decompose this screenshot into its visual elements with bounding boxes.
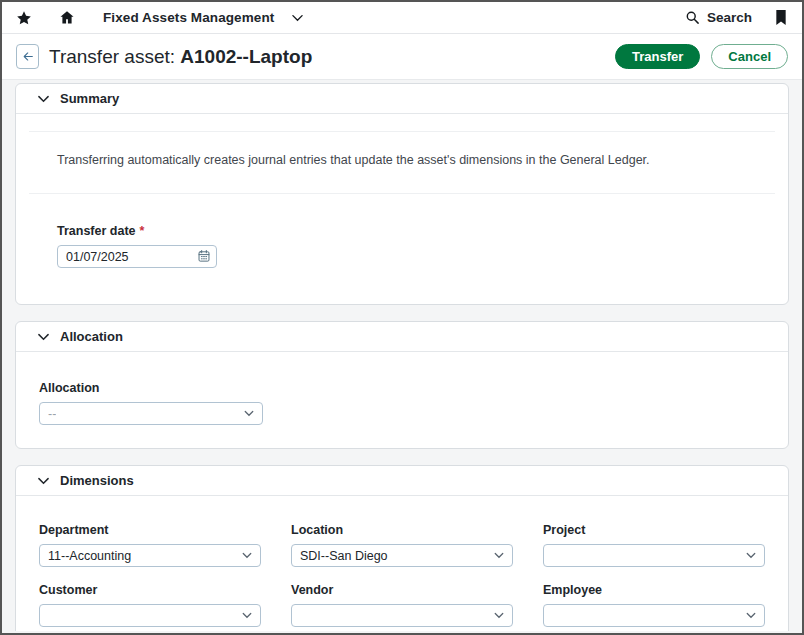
bookmark-button[interactable] [774, 9, 788, 26]
allocation-select[interactable]: -- [39, 402, 263, 425]
customer-field: Customer [39, 580, 261, 627]
location-label: Location [291, 523, 343, 537]
chevron-down-icon [38, 95, 49, 103]
transfer-asset-page: Fixed Assets Management Search [0, 0, 804, 635]
page-header: Transfer asset: A1002--Laptop Transfer C… [2, 34, 802, 80]
transfer-date-input-wrap [57, 245, 217, 268]
chevron-down-icon [242, 552, 252, 559]
allocation-section: Allocation Allocation -- [15, 321, 789, 449]
allocation-section-header[interactable]: Allocation [16, 322, 788, 352]
chevron-down-icon [38, 477, 49, 485]
employee-label: Employee [543, 583, 602, 597]
search-icon [685, 10, 700, 25]
page-content: Summary Transferring automatically creat… [2, 80, 802, 631]
location-select[interactable]: SDI--San Diego [291, 544, 513, 567]
department-field: Department 11--Accounting [39, 520, 261, 567]
employee-select[interactable] [543, 604, 765, 627]
app-name: Fixed Assets Management [103, 10, 274, 25]
back-button[interactable] [16, 44, 39, 69]
vendor-label: Vendor [291, 583, 333, 597]
back-arrow-icon [21, 50, 35, 63]
global-search-button[interactable]: Search [685, 10, 752, 25]
calendar-icon [197, 249, 211, 263]
summary-section-title: Summary [60, 91, 119, 106]
chevron-down-icon [746, 612, 756, 619]
department-select[interactable]: 11--Accounting [39, 544, 261, 567]
page-title: Transfer asset: A1002--Laptop [49, 46, 312, 68]
dimensions-section-header[interactable]: Dimensions [16, 466, 788, 496]
chevron-down-icon [274, 14, 303, 22]
chevron-down-icon [494, 552, 504, 559]
topbar-right-group: Search [685, 9, 788, 26]
chevron-down-icon [494, 612, 504, 619]
location-field: Location SDI--San Diego [291, 520, 513, 567]
chevron-down-icon [38, 333, 49, 341]
project-field: Project [543, 520, 765, 567]
dimensions-section-title: Dimensions [60, 473, 134, 488]
department-select-value: 11--Accounting [48, 549, 131, 563]
top-nav-bar: Fixed Assets Management Search [2, 2, 802, 34]
cancel-button[interactable]: Cancel [711, 44, 788, 69]
employee-field: Employee [543, 580, 765, 627]
transfer-date-label: Transfer date [57, 224, 136, 238]
app-switcher-menu[interactable]: Fixed Assets Management [103, 10, 303, 25]
favorites-button[interactable] [16, 10, 32, 26]
search-label: Search [707, 10, 752, 25]
department-label: Department [39, 523, 108, 537]
project-select[interactable] [543, 544, 765, 567]
home-button[interactable] [58, 9, 76, 26]
page-title-prefix: Transfer asset: [49, 46, 180, 67]
transfer-date-field: Transfer date* [57, 221, 747, 268]
customer-select[interactable] [39, 604, 261, 627]
divider [29, 131, 775, 132]
allocation-section-title: Allocation [60, 329, 123, 344]
bookmark-icon [774, 9, 788, 26]
calendar-picker-button[interactable] [197, 249, 211, 263]
summary-info-text: Transferring automatically creates journ… [57, 152, 747, 168]
allocation-body: Allocation -- [16, 352, 788, 452]
home-icon [58, 9, 76, 26]
summary-section: Summary Transferring automatically creat… [15, 83, 789, 305]
transfer-date-input[interactable] [57, 245, 217, 268]
vendor-select[interactable] [291, 604, 513, 627]
allocation-select-value: -- [48, 407, 56, 421]
required-asterisk: * [140, 224, 145, 238]
summary-section-header[interactable]: Summary [16, 84, 788, 114]
dimensions-body: Department 11--Accounting Location SDI--… [16, 496, 788, 627]
customer-label: Customer [39, 583, 97, 597]
transfer-button[interactable]: Transfer [615, 44, 700, 69]
divider [29, 193, 775, 194]
star-icon [16, 10, 32, 26]
chevron-down-icon [746, 552, 756, 559]
vendor-field: Vendor [291, 580, 513, 627]
allocation-label: Allocation [39, 381, 99, 395]
chevron-down-icon [244, 410, 254, 417]
asset-name: A1002--Laptop [180, 46, 312, 67]
location-select-value: SDI--San Diego [300, 549, 388, 563]
header-actions: Transfer Cancel [615, 44, 788, 69]
project-label: Project [543, 523, 585, 537]
chevron-down-icon [242, 612, 252, 619]
dimensions-section: Dimensions Department 11--Accounting Loc… [15, 465, 789, 631]
